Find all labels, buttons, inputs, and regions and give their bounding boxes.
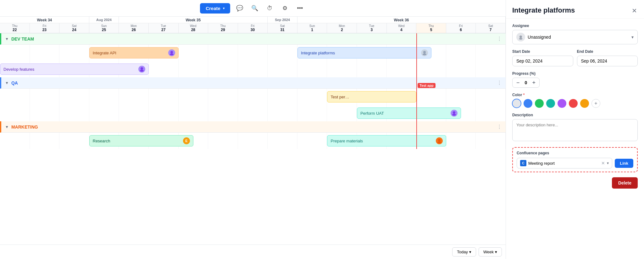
- perform-uat-bar[interactable]: Perform UAT: [357, 107, 461, 119]
- qa-task-row-1: Test per…: [0, 89, 506, 105]
- assignee-label: Assignee: [512, 24, 638, 28]
- research-bar[interactable]: Research E: [89, 135, 193, 146]
- svg-point-0: [170, 51, 173, 53]
- create-label: Create: [206, 6, 220, 11]
- today-button[interactable]: Today ▾: [452, 247, 476, 256]
- color-swatch-white[interactable]: [512, 99, 521, 108]
- research-avatar: E: [183, 137, 190, 144]
- timer-icon-button[interactable]: ⏱: [264, 3, 275, 14]
- marketing-name: MARKETING: [11, 124, 38, 130]
- prepare-materials-avatar: [436, 137, 443, 144]
- color-swatch-teal[interactable]: [546, 99, 555, 108]
- settings-icon-button[interactable]: ⚙: [279, 3, 291, 14]
- assignee-avatar-icon: [516, 33, 525, 41]
- integrate-api-bar[interactable]: Integrate API: [89, 47, 179, 58]
- dev-team-menu[interactable]: ⋮: [497, 36, 502, 42]
- marketing-task-row-1: Research E Prepare materials: [0, 133, 506, 149]
- color-swatch-purple[interactable]: [558, 99, 566, 108]
- marketing-group-row: ▼ MARKETING ⋮: [0, 121, 506, 133]
- marketing-toggle[interactable]: ▼: [5, 125, 9, 129]
- perform-uat-avatar: [451, 110, 458, 117]
- qa-task-row-2: Perform UAT: [0, 105, 506, 121]
- link-button[interactable]: Link: [615, 159, 633, 168]
- start-date-field: Start Date Sep 02, 2024: [512, 49, 573, 66]
- color-swatch-green[interactable]: [535, 99, 544, 108]
- confluence-input-wrap: C Meeting report ✕ ▾: [517, 158, 612, 168]
- search-icon-button[interactable]: 🔍: [249, 3, 260, 14]
- end-date-label: End Date: [577, 49, 638, 54]
- svg-point-7: [452, 114, 456, 116]
- perform-uat-label: Perform UAT: [360, 111, 384, 116]
- integrate-platforms-bar[interactable]: Integrate platforms: [297, 47, 431, 58]
- start-date-label: Start Date: [512, 49, 573, 54]
- color-swatch-blue[interactable]: [524, 99, 532, 108]
- create-chevron-icon: ▾: [223, 7, 225, 10]
- progress-decrement-button[interactable]: −: [516, 80, 520, 85]
- description-field: Description: [512, 113, 638, 142]
- day-cell-26: Mon26: [119, 23, 149, 33]
- develop-features-label: Develop features: [3, 67, 34, 72]
- progress-field: Progress (%) − 0 +: [512, 71, 638, 88]
- color-add-button[interactable]: +: [591, 99, 600, 108]
- description-label: Description: [512, 113, 638, 117]
- day-header: Thu22Fri23Sat24Sun25Mon26Tue27Wed28Thu29…: [0, 23, 506, 33]
- test-performance-bar[interactable]: Test per…: [327, 91, 416, 102]
- confluence-dropdown-icon[interactable]: ▾: [607, 161, 609, 165]
- svg-point-2: [423, 51, 426, 53]
- today-badge: Test app: [418, 83, 435, 88]
- progress-value: 0: [522, 80, 530, 85]
- day-cell-25: Sun25: [89, 23, 119, 33]
- qa-menu[interactable]: ⋮: [497, 80, 502, 86]
- week-chevron-icon: ▾: [495, 250, 497, 254]
- week-35-header: Week 35: [119, 17, 268, 23]
- assignee-select[interactable]: Unassigned ▾: [512, 30, 638, 44]
- day-cell-2: Mon2: [327, 23, 357, 33]
- end-date-input[interactable]: Sep 06, 2024: [577, 56, 638, 66]
- week-label: Week: [483, 250, 494, 254]
- day-cell-31: Sat31: [268, 23, 297, 33]
- dev-team-group-row: ▼ DEV TEAM ⋮: [0, 33, 506, 45]
- confluence-clear-button[interactable]: ✕: [601, 161, 605, 166]
- day-cell-29: Thu29: [208, 23, 238, 33]
- delete-button[interactable]: Delete: [612, 177, 638, 189]
- create-button[interactable]: Create ▾: [200, 3, 230, 14]
- start-date-input[interactable]: Sep 02, 2024: [512, 56, 573, 66]
- progress-increment-button[interactable]: +: [532, 80, 536, 85]
- day-cell-27: Tue27: [149, 23, 179, 33]
- confluence-label: Confluence pages: [517, 151, 633, 155]
- more-icon-button[interactable]: •••: [294, 3, 306, 14]
- message-icon-button[interactable]: 💬: [234, 3, 245, 14]
- gantt-panel: Create ▾ 💬 🔍 ⏱ ⚙ ••• Week 34 Aug 2024 We…: [0, 0, 506, 259]
- test-performance-label: Test per…: [330, 95, 349, 99]
- integrate-api-label: Integrate API: [93, 51, 116, 55]
- dev-team-name: DEV TEAM: [11, 36, 34, 41]
- marketing-menu[interactable]: ⋮: [497, 124, 502, 130]
- close-button[interactable]: ✕: [631, 6, 638, 15]
- integrate-platforms-avatar: [421, 49, 428, 56]
- svg-point-5: [140, 70, 144, 72]
- develop-features-avatar: [138, 66, 145, 73]
- dev-task-row-1: Integrate API Integrate platforms: [0, 45, 506, 61]
- end-date-field: End Date Sep 06, 2024: [577, 49, 638, 66]
- day-cell-28: Wed28: [179, 23, 208, 33]
- color-field: Color * +: [512, 93, 638, 108]
- toolbar: Create ▾ 💬 🔍 ⏱ ⚙ •••: [0, 0, 506, 17]
- color-swatch-red[interactable]: [569, 99, 578, 108]
- color-swatch-yellow[interactable]: [580, 99, 589, 108]
- description-input[interactable]: [512, 119, 638, 141]
- assignee-value: Unassigned: [528, 35, 551, 40]
- confluence-section: Confluence pages C Meeting report ✕ ▾ Li…: [512, 147, 638, 172]
- week-button[interactable]: Week ▾: [479, 247, 502, 256]
- svg-point-4: [141, 67, 143, 70]
- detail-panel: Integrate platforms ✕ Assignee Unassigne…: [506, 0, 644, 259]
- prepare-materials-bar[interactable]: Prepare materials: [327, 135, 446, 146]
- svg-point-11: [519, 38, 523, 40]
- develop-features-bar[interactable]: Develop features: [0, 63, 149, 75]
- dev-team-toggle[interactable]: ▼: [5, 37, 9, 41]
- qa-toggle[interactable]: ▼: [5, 81, 9, 85]
- day-cell-3: Tue3: [357, 23, 387, 33]
- svg-point-8: [438, 139, 441, 141]
- aug-2024-header: Aug 2024: [89, 17, 119, 23]
- detail-title: Integrate platforms: [512, 6, 575, 14]
- day-cell-24: Sat24: [59, 23, 89, 33]
